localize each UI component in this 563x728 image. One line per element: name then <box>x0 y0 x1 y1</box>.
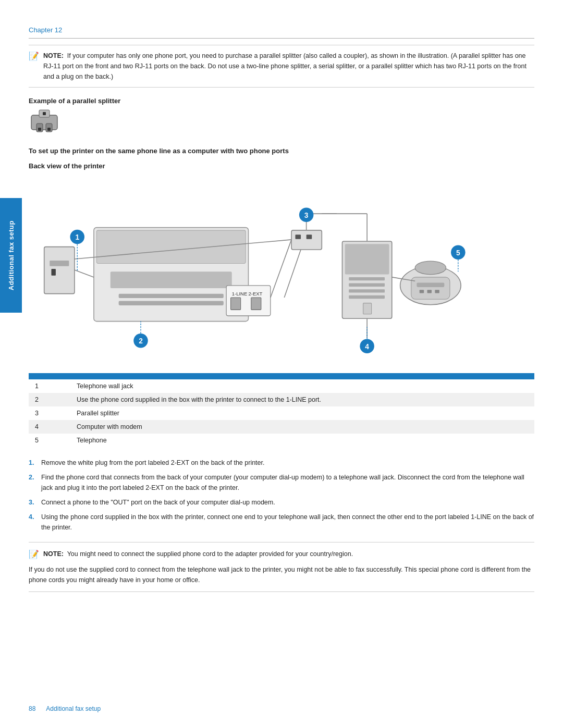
step-text: Find the phone cord that connects from t… <box>41 472 534 493</box>
steps-list: 1.Remove the white plug from the port la… <box>29 458 534 533</box>
example-label: Example of a parallel splitter <box>29 97 534 105</box>
note-box-2: 📝 NOTE: You might need to connect the su… <box>29 542 534 592</box>
svg-rect-14 <box>119 301 224 305</box>
table-row: 4Computer with modem <box>29 420 534 434</box>
step-item: 4.Using the phone cord supplied in the b… <box>29 512 534 533</box>
step-num: 3. <box>29 497 37 508</box>
svg-text:1: 1 <box>75 233 79 241</box>
svg-point-45 <box>415 261 446 274</box>
table-cell-num: 1 <box>29 379 70 393</box>
footer-section: Additional fax setup <box>46 705 101 712</box>
page-container: Additional fax setup Chapter 12 📝 NOTE: … <box>0 0 563 728</box>
svg-rect-35 <box>363 303 372 314</box>
step-num: 4. <box>29 512 37 533</box>
note-label-1: NOTE: <box>43 52 64 59</box>
table-cell-desc: Computer with modem <box>70 420 534 434</box>
table-cell-desc: Telephone <box>70 434 534 447</box>
table-cell-desc: Parallel splitter <box>70 406 534 420</box>
svg-rect-19 <box>251 298 261 310</box>
table-cell-num: 4 <box>29 420 70 434</box>
step-item: 2.Find the phone cord that connects from… <box>29 472 534 493</box>
table-cell-num: 2 <box>29 393 70 406</box>
sidebar-tab-label: Additional fax setup <box>7 220 15 290</box>
svg-text:2-EXT: 2-EXT <box>248 291 262 297</box>
chapter-heading: Chapter 12 <box>29 26 534 34</box>
svg-rect-43 <box>427 290 432 293</box>
svg-text:3: 3 <box>304 212 309 219</box>
table-cell-num: 3 <box>29 406 70 420</box>
note-paragraph-2: If you do not use the supplied cord to c… <box>29 564 534 585</box>
table-cell-desc: Use the phone cord supplied in the box w… <box>70 393 534 406</box>
svg-text:5: 5 <box>456 249 460 257</box>
svg-rect-34 <box>349 295 385 299</box>
note-box-1: 📝 NOTE: If your computer has only one ph… <box>29 45 534 88</box>
note-icon-2: 📝 <box>29 549 39 559</box>
splitter-icon <box>29 109 60 136</box>
note-icon-1: 📝 <box>29 51 39 61</box>
svg-line-25 <box>284 250 301 298</box>
info-table: 1Telephone wall jack2Use the phone cord … <box>29 373 534 447</box>
svg-rect-6 <box>43 112 46 115</box>
svg-rect-33 <box>349 289 385 292</box>
svg-rect-21 <box>291 230 322 250</box>
note-text-1: NOTE: If your computer has only one phon… <box>43 51 534 82</box>
svg-rect-41 <box>417 282 444 287</box>
step-num: 2. <box>29 472 37 493</box>
svg-rect-22 <box>295 235 301 239</box>
step-num: 1. <box>29 458 37 468</box>
top-divider <box>29 38 534 39</box>
svg-rect-32 <box>349 283 385 287</box>
table-col-desc <box>70 373 534 379</box>
table-row: 2Use the phone cord supplied in the box … <box>29 393 534 406</box>
page-footer: 88 Additional fax setup <box>29 705 534 712</box>
sidebar-tab: Additional fax setup <box>0 198 22 313</box>
svg-rect-18 <box>231 298 241 310</box>
footer-page-num: 88 <box>29 705 35 712</box>
svg-rect-42 <box>420 290 424 293</box>
svg-rect-11 <box>96 230 246 264</box>
step-text: Using the phone cord supplied in the box… <box>41 512 534 533</box>
table-row: 3Parallel splitter <box>29 406 534 420</box>
note-text-2: NOTE: You might need to connect the supp… <box>43 549 353 559</box>
svg-rect-40 <box>411 277 450 299</box>
main-content: Chapter 12 📝 NOTE: If your computer has … <box>29 0 534 631</box>
svg-text:2: 2 <box>139 337 143 345</box>
svg-rect-5 <box>47 128 51 131</box>
step-text: Remove the white plug from the port labe… <box>41 458 265 468</box>
step-item: 3.Connect a phone to the "OUT" port on t… <box>29 497 534 508</box>
note-body-1: If your computer has only one phone port… <box>43 52 527 80</box>
setup-heading: To set up the printer on the same phone … <box>29 147 534 155</box>
table-cell-desc: Telephone wall jack <box>70 379 534 393</box>
svg-rect-13 <box>119 294 224 298</box>
note-row-2: 📝 NOTE: You might need to connect the su… <box>29 549 534 559</box>
diagram-svg: 1-LINE 2-EXT <box>29 175 534 363</box>
svg-line-20 <box>75 270 94 277</box>
svg-text:1-LINE: 1-LINE <box>232 291 248 297</box>
table-row: 5Telephone <box>29 434 534 447</box>
note-label-2: NOTE: <box>43 550 64 558</box>
table-col-num <box>29 373 70 379</box>
step-text: Connect a phone to the "OUT" port on the… <box>41 497 275 508</box>
svg-line-24 <box>271 240 291 298</box>
diagram-container: 1-LINE 2-EXT <box>29 175 534 363</box>
step-item: 1.Remove the white plug from the port la… <box>29 458 534 468</box>
table-cell-num: 5 <box>29 434 70 447</box>
svg-text:4: 4 <box>365 343 369 351</box>
svg-rect-7 <box>44 247 75 294</box>
svg-rect-8 <box>50 261 69 266</box>
back-view-label: Back view of the printer <box>29 162 534 170</box>
note-body-2: You might need to connect the supplied p… <box>67 550 353 558</box>
table-row: 1Telephone wall jack <box>29 379 534 393</box>
svg-rect-44 <box>435 290 439 293</box>
svg-rect-12 <box>111 272 232 288</box>
svg-rect-9 <box>51 269 55 276</box>
svg-rect-30 <box>345 244 389 274</box>
svg-rect-4 <box>38 128 41 131</box>
svg-rect-31 <box>349 277 385 280</box>
svg-rect-23 <box>307 235 312 239</box>
